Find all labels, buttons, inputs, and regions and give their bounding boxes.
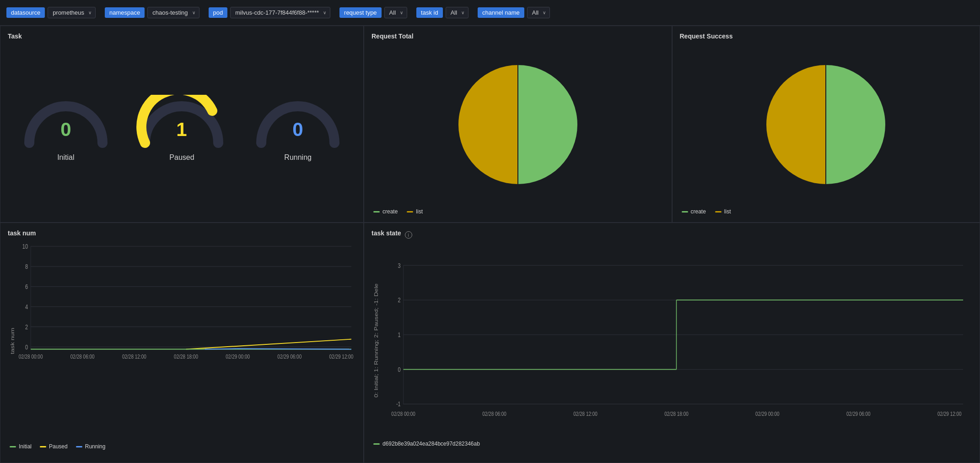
channel-name-dropdown[interactable]: All	[527, 7, 550, 18]
svg-text:02/28 06:00: 02/28 06:00	[70, 354, 95, 360]
request-success-legend: create list	[680, 206, 973, 218]
gauge-paused-label: Paused	[169, 153, 194, 162]
legend-paused: Paused	[40, 443, 68, 450]
svg-text:0: Initial; 1: Running; 2: Pau: 0: Initial; 1: Running; 2: Paused; -1: D…	[373, 283, 379, 398]
svg-text:02/29 00:00: 02/29 00:00	[755, 410, 780, 416]
task-state-legend: d692b8e39a024ea284bce97d282346ab	[372, 439, 972, 449]
task-state-panel: task state i 0: Initial; 1: Running; 2: …	[364, 223, 980, 463]
datasource-label: datasource	[6, 7, 45, 18]
legend-create-2: create	[682, 208, 706, 215]
svg-text:02/29 06:00: 02/29 06:00	[277, 354, 302, 360]
gauges-container: 0 Initial 1 Paused	[8, 44, 356, 218]
legend-running: Running	[76, 443, 106, 450]
task-id-dropdown[interactable]: All	[446, 7, 468, 18]
task-state-header: task state i	[372, 229, 972, 240]
svg-text:6: 6	[25, 283, 28, 291]
pod-dropdown[interactable]: milvus-cdc-177-7f844f6f88-*****	[230, 7, 330, 18]
task-num-chart-area: task num 10 8 6 4 2 0 02/28 00:00 02/28 …	[8, 240, 356, 441]
gauge-initial-value: 0	[60, 119, 71, 140]
legend-task-id-dot	[373, 443, 380, 445]
svg-text:0: 0	[398, 366, 401, 373]
svg-text:02/29 12:00: 02/29 12:00	[937, 410, 962, 416]
legend-create-label-2: create	[691, 208, 706, 215]
task-num-legend: Initial Paused Running	[8, 441, 356, 452]
legend-initial: Initial	[10, 443, 32, 450]
gauge-initial-label: Initial	[57, 153, 74, 162]
svg-text:4: 4	[25, 303, 28, 310]
gauge-running-value: 0	[292, 119, 303, 140]
task-state-svg: 0: Initial; 1: Running; 2: Paused; -1: D…	[372, 242, 972, 439]
legend-list-label-2: list	[724, 208, 731, 215]
task-num-svg: task num 10 8 6 4 2 0 02/28 00:00 02/28 …	[8, 240, 356, 441]
legend-create-dot-2	[682, 211, 688, 212]
request-success-pie	[762, 60, 890, 189]
svg-text:0: 0	[25, 343, 28, 351]
task-num-panel: task num task num 10 8 6 4 2 0 02/	[0, 223, 364, 463]
legend-paused-dot	[40, 446, 46, 447]
legend-create: create	[373, 208, 398, 215]
svg-text:8: 8	[25, 263, 28, 271]
request-total-pie-container	[372, 44, 664, 206]
channel-name-label: channel name	[478, 7, 524, 18]
gauge-paused-svg: 1	[136, 95, 227, 150]
pod-label: pod	[209, 7, 228, 18]
svg-text:10: 10	[22, 243, 28, 251]
task-id-label: task id	[416, 7, 443, 18]
svg-text:02/28 00:00: 02/28 00:00	[19, 354, 43, 360]
gauge-running: 0 Running	[252, 95, 344, 162]
svg-text:02/28 06:00: 02/28 06:00	[482, 410, 506, 416]
legend-running-dot	[76, 446, 82, 447]
task-num-title: task num	[8, 229, 356, 237]
request-success-pie-container	[680, 44, 973, 206]
svg-text:02/28 12:00: 02/28 12:00	[122, 354, 146, 360]
legend-list-dot	[407, 211, 413, 212]
request-type-dropdown[interactable]: All	[384, 7, 407, 18]
request-total-title: Request Total	[372, 33, 664, 40]
svg-text:task num: task num	[10, 328, 15, 354]
task-state-chart-area: 0: Initial; 1: Running; 2: Paused; -1: D…	[372, 242, 972, 439]
svg-text:02/29 00:00: 02/29 00:00	[226, 354, 250, 360]
legend-list: list	[407, 208, 423, 215]
gauge-running-svg: 0	[252, 95, 344, 150]
svg-text:02/28 18:00: 02/28 18:00	[174, 354, 198, 360]
svg-line-27	[205, 349, 237, 349]
legend-initial-label: Initial	[19, 443, 32, 450]
legend-running-label: Running	[85, 443, 106, 450]
svg-text:02/29 06:00: 02/29 06:00	[846, 410, 871, 416]
gauge-paused-value: 1	[177, 119, 187, 140]
legend-task-id: d692b8e39a024ea284bce97d282346ab	[373, 441, 480, 447]
legend-list-dot-2	[715, 211, 722, 212]
request-total-pie	[454, 60, 582, 189]
task-panel: Task 0 Initial	[0, 26, 364, 223]
info-icon[interactable]: i	[405, 231, 412, 239]
svg-text:02/28 00:00: 02/28 00:00	[391, 410, 415, 416]
legend-task-id-label: d692b8e39a024ea284bce97d282346ab	[382, 441, 480, 447]
task-state-title: task state	[372, 229, 401, 237]
svg-text:02/28 18:00: 02/28 18:00	[664, 410, 689, 416]
request-total-legend: create list	[372, 206, 664, 218]
request-total-panel: Request Total create list	[364, 26, 672, 223]
datasource-dropdown[interactable]: prometheus	[48, 7, 96, 18]
gauge-initial: 0 Initial	[20, 95, 112, 162]
namespace-label: namespace	[105, 7, 145, 18]
namespace-dropdown[interactable]: chaos-testing	[147, 7, 199, 18]
legend-list-label: list	[416, 208, 423, 215]
legend-initial-dot	[10, 446, 16, 447]
request-type-label: request type	[339, 7, 382, 18]
gauge-running-label: Running	[284, 153, 312, 162]
legend-paused-label: Paused	[49, 443, 68, 450]
svg-text:3: 3	[398, 262, 401, 269]
svg-line-28	[237, 349, 351, 349]
filter-bar: datasource prometheus namespace chaos-te…	[0, 0, 980, 26]
gauge-paused: 1 Paused	[136, 95, 227, 162]
request-success-title: Request Success	[680, 33, 973, 40]
svg-text:2: 2	[398, 297, 401, 304]
svg-text:2: 2	[25, 323, 28, 331]
task-panel-title: Task	[8, 33, 356, 40]
gauge-initial-svg: 0	[20, 95, 112, 150]
main-grid: Task 0 Initial	[0, 26, 980, 463]
legend-create-label: create	[382, 208, 398, 215]
legend-create-dot	[373, 211, 380, 212]
request-success-panel: Request Success create list	[672, 26, 980, 223]
svg-line-24	[186, 339, 351, 349]
